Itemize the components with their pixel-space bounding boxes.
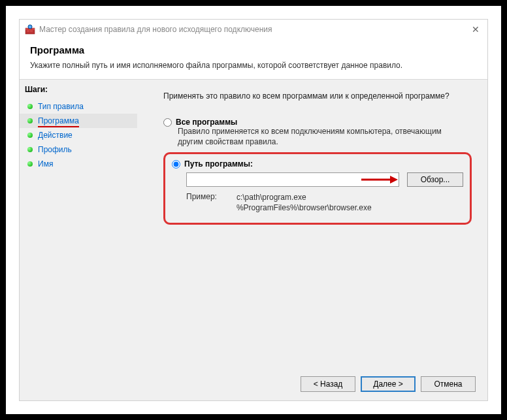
example-label: Пример: xyxy=(186,192,217,213)
sidebar-item-rule-type[interactable]: Тип правила xyxy=(20,99,137,114)
sidebar-item-label: Профиль xyxy=(38,145,72,154)
sidebar-item-name[interactable]: Имя xyxy=(20,157,137,171)
option-all-label: Все программы xyxy=(176,118,237,127)
svg-rect-3 xyxy=(32,28,35,30)
radio-program-path[interactable] xyxy=(172,160,180,169)
bullet-icon xyxy=(27,133,33,138)
wizard-content: Применять это правило ко всем программам… xyxy=(137,80,487,368)
sidebar-item-label: Имя xyxy=(38,159,53,169)
page-subtitle: Укажите полный путь и имя исполняемого ф… xyxy=(30,61,477,70)
highlight-annotation: Путь программы: Обзор... Пример: c:\path… xyxy=(163,152,472,224)
titlebar: Мастер создания правила для нового исход… xyxy=(20,20,487,39)
bullet-icon xyxy=(27,161,33,167)
bullet-icon xyxy=(27,118,33,123)
page-title: Программа xyxy=(30,44,477,56)
window-title: Мастер создания правила для нового исход… xyxy=(39,25,469,34)
firewall-icon xyxy=(25,24,35,35)
svg-rect-5 xyxy=(30,30,33,32)
option-path-label: Путь программы: xyxy=(184,159,253,169)
back-button[interactable]: < Назад xyxy=(301,376,355,392)
radio-all-programs[interactable] xyxy=(163,118,172,127)
steps-heading: Шаги: xyxy=(20,84,137,99)
next-button[interactable]: Далее > xyxy=(361,376,416,392)
wizard-header: Программа Укажите полный путь и имя испо… xyxy=(20,39,487,80)
sidebar-item-profile[interactable]: Профиль xyxy=(20,142,137,157)
wizard-window: Мастер создания правила для нового исход… xyxy=(19,19,488,401)
svg-rect-4 xyxy=(27,30,29,32)
sidebar-item-action[interactable]: Действие xyxy=(20,128,137,142)
close-icon[interactable]: ✕ xyxy=(469,24,482,35)
svg-point-6 xyxy=(28,25,32,29)
option-all-programs: Все программы Правило применяется ко все… xyxy=(163,118,472,147)
svg-rect-1 xyxy=(25,28,28,30)
steps-sidebar: Шаги: Тип правила Программа Действие Про… xyxy=(20,80,137,368)
bullet-icon xyxy=(27,104,33,109)
sidebar-item-label: Действие xyxy=(38,131,73,140)
sidebar-item-label: Программа xyxy=(38,116,79,125)
bullet-icon xyxy=(27,147,33,152)
sidebar-item-program[interactable]: Программа xyxy=(20,114,137,128)
option-all-desc: Правило применяется ко всем подключениям… xyxy=(178,127,452,147)
browse-button[interactable]: Обзор... xyxy=(407,172,463,187)
sidebar-item-label: Тип правила xyxy=(38,102,84,111)
program-path-input[interactable] xyxy=(186,172,399,187)
question-text: Применять это правило ко всем программам… xyxy=(163,91,472,101)
wizard-footer: < Назад Далее > Отмена xyxy=(20,368,487,400)
cancel-button[interactable]: Отмена xyxy=(421,376,476,392)
example-paths: c:\path\program.exe %ProgramFiles%\brows… xyxy=(237,192,372,213)
